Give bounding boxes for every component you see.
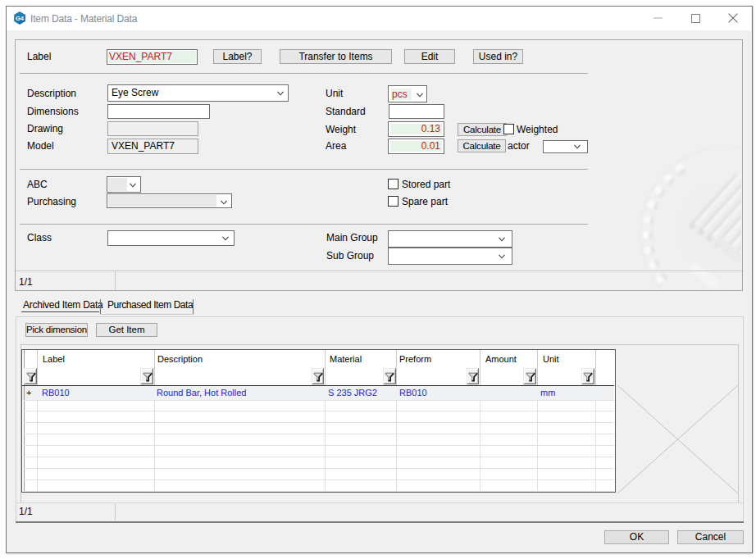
svg-text:G4: G4 — [16, 15, 25, 22]
